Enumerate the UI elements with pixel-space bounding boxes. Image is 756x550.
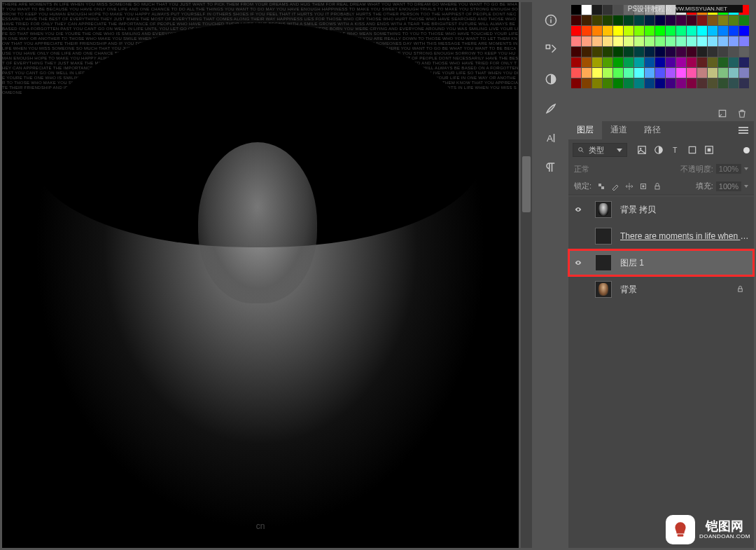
swatch[interactable] (571, 47, 581, 57)
canvas-viewport[interactable]: THERE ARE MOMENTS IN LIFE WHEN YOU MISS … (2, 2, 519, 548)
swatch[interactable] (582, 78, 592, 88)
swatch[interactable] (676, 15, 686, 25)
swatch[interactable] (666, 68, 676, 78)
swatch[interactable] (697, 26, 707, 36)
layer-name[interactable]: There are moments in life when yo... (620, 231, 750, 241)
swatch[interactable] (687, 68, 696, 78)
swatch[interactable] (613, 26, 623, 36)
swatch[interactable] (655, 36, 665, 46)
swatch[interactable] (571, 26, 581, 36)
swatch[interactable] (624, 57, 634, 67)
swatch[interactable] (645, 78, 654, 88)
swatch[interactable] (718, 15, 728, 25)
swatch[interactable] (687, 78, 696, 88)
tab-layers[interactable]: 图层 (568, 121, 602, 139)
swatch[interactable] (708, 36, 718, 46)
swatch[interactable] (666, 78, 676, 88)
swatch[interactable] (666, 57, 676, 67)
swatch[interactable] (592, 5, 602, 15)
swatch[interactable] (624, 26, 634, 36)
layer-name[interactable]: 背景 拷贝 (620, 204, 750, 216)
swatch[interactable] (676, 68, 686, 78)
layer-name[interactable]: 背景 (620, 284, 736, 296)
info-icon[interactable] (545, 14, 557, 27)
swatch[interactable] (729, 78, 738, 88)
swatch[interactable] (645, 68, 654, 78)
swatch[interactable] (571, 78, 581, 88)
swatch[interactable] (571, 68, 581, 78)
swatch[interactable] (592, 15, 602, 25)
swatch[interactable] (592, 78, 602, 88)
swatch[interactable] (729, 47, 738, 57)
swatch[interactable] (687, 57, 696, 67)
swatch[interactable] (582, 68, 592, 78)
swatch[interactable] (603, 5, 612, 15)
layer-row[interactable]: 图层 1 (568, 249, 754, 276)
swatch[interactable] (676, 36, 686, 46)
lock-paint-icon[interactable] (611, 182, 620, 191)
swatch[interactable] (739, 47, 749, 57)
filter-toggle-switch[interactable] (743, 147, 750, 153)
swatch[interactable] (613, 36, 623, 46)
layer-row[interactable]: 背景 (568, 276, 754, 303)
canvas-scrollbar-vertical[interactable] (521, 2, 532, 548)
swatch[interactable] (634, 15, 644, 25)
swatch[interactable] (592, 57, 602, 67)
swatch[interactable] (582, 26, 592, 36)
swatch[interactable] (739, 68, 749, 78)
swatch[interactable] (666, 26, 676, 36)
swatch[interactable] (645, 47, 654, 57)
fill-value[interactable]: 100% (716, 181, 741, 191)
swatch[interactable] (718, 57, 728, 67)
new-swatch-icon[interactable] (718, 109, 727, 118)
swatch[interactable] (666, 15, 676, 25)
swatch[interactable] (687, 36, 696, 46)
swatch[interactable] (687, 26, 696, 36)
scrollbar-thumb[interactable] (522, 156, 531, 212)
swatch[interactable] (739, 78, 749, 88)
brush-icon[interactable] (545, 102, 557, 115)
swatch[interactable] (718, 47, 728, 57)
swatch[interactable] (603, 26, 612, 36)
lock-transparency-icon[interactable] (597, 182, 606, 191)
swatch[interactable] (582, 57, 592, 67)
swatch[interactable] (708, 57, 718, 67)
swatch[interactable] (603, 47, 612, 57)
layer-visibility-toggle[interactable] (568, 206, 588, 213)
swatch[interactable] (645, 26, 654, 36)
swatch[interactable] (729, 15, 738, 25)
swatch[interactable] (729, 57, 738, 67)
swatch[interactable] (687, 47, 696, 57)
chevron-down-icon[interactable] (744, 185, 748, 188)
lock-position-icon[interactable] (625, 182, 634, 191)
swatch[interactable] (571, 36, 581, 46)
filter-pixel-icon[interactable] (637, 145, 647, 155)
swatch[interactable] (655, 68, 665, 78)
blend-mode-dropdown[interactable]: 正常 (574, 164, 634, 174)
swatch[interactable] (592, 47, 602, 57)
swatch[interactable] (655, 15, 665, 25)
swatch[interactable] (697, 78, 707, 88)
swatch[interactable] (655, 78, 665, 88)
layer-thumbnail[interactable] (595, 254, 612, 271)
filter-smart-icon[interactable] (704, 145, 714, 155)
swatch[interactable] (739, 26, 749, 36)
swatch[interactable] (634, 57, 644, 67)
swatch[interactable] (739, 57, 749, 67)
swatch[interactable] (613, 47, 623, 57)
layer-thumbnail[interactable] (595, 281, 612, 298)
layer-row[interactable]: There are moments in life when yo... (568, 223, 754, 249)
swatch[interactable] (592, 36, 602, 46)
delete-swatch-icon[interactable] (737, 109, 747, 118)
filter-shape-icon[interactable] (687, 145, 697, 155)
swatch[interactable] (613, 5, 623, 15)
swatch[interactable] (592, 68, 602, 78)
swatch[interactable] (645, 36, 654, 46)
swatch[interactable] (708, 68, 718, 78)
layer-thumbnail[interactable] (595, 228, 612, 245)
swatch[interactable] (708, 15, 718, 25)
swatch[interactable] (613, 68, 623, 78)
swatch[interactable] (582, 5, 592, 15)
swatch[interactable] (655, 57, 665, 67)
swatch[interactable] (697, 36, 707, 46)
